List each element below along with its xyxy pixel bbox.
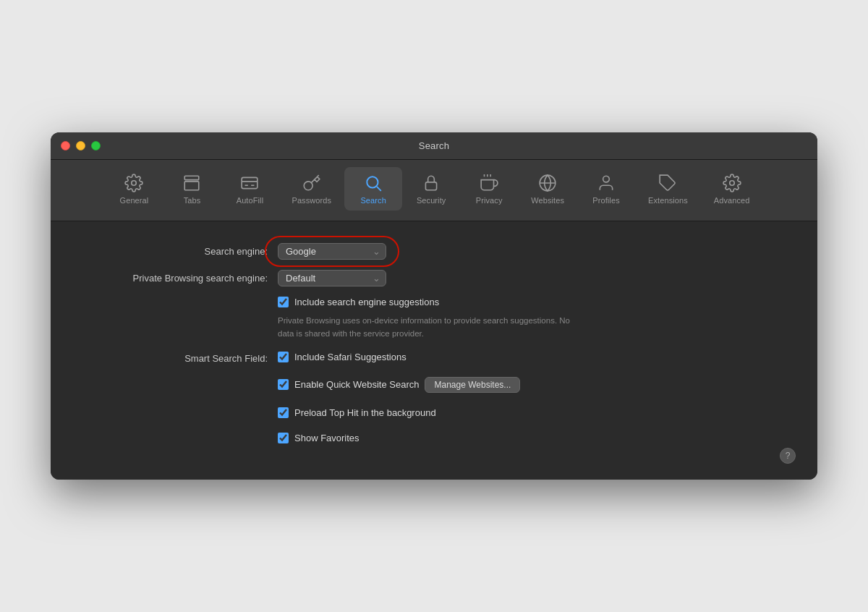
private-browsing-row: Private Browsing search engine: Default … [94,270,774,286]
advanced-icon [722,173,742,193]
svg-rect-3 [242,178,258,189]
preload-checkbox[interactable] [278,407,289,418]
help-icon: ? [786,451,791,461]
tab-passwords-label: Passwords [292,196,331,205]
include-suggestions-checkbox[interactable] [278,297,289,307]
svg-point-17 [729,181,734,186]
search-engine-label: Search engine: [94,246,268,257]
search-engine-select[interactable]: Google Yahoo Bing DuckDuckGo Ecosia [278,243,386,260]
tab-autofill-label: AutoFill [237,196,263,205]
gear-icon [124,173,144,193]
svg-rect-1 [185,177,200,180]
maximize-button[interactable] [91,141,101,150]
tab-privacy[interactable]: Privacy [460,167,518,211]
window-title: Search [419,140,449,151]
show-favorites-label[interactable]: Show Favorites [294,433,359,443]
close-button[interactable] [61,141,70,150]
smart-search-row: Smart Search Field: Include Safari Sugge… [94,352,774,451]
tab-websites-label: Websites [531,196,564,205]
autofill-icon [239,173,260,193]
tab-search-label: Search [360,196,386,205]
tab-passwords[interactable]: Passwords [278,167,344,211]
tab-extensions-label: Extensions [648,196,688,205]
tab-extensions[interactable]: Extensions [635,167,701,211]
extensions-icon [658,173,678,193]
tab-security[interactable]: Security [402,167,460,211]
show-favorites-checkbox[interactable] [278,433,289,443]
minimize-button[interactable] [76,141,85,150]
tab-general[interactable]: General [105,167,163,211]
profiles-icon [596,173,616,193]
svg-point-0 [132,181,137,186]
tab-profiles-label: Profiles [592,196,619,205]
preload-label[interactable]: Preload Top Hit in the background [294,407,436,418]
tab-advanced-label: Advanced [714,196,750,205]
show-favorites-row: Show Favorites [278,433,520,443]
window: Search General Tabs [51,132,817,480]
preload-row: Preload Top Hit in the background [278,407,520,418]
tab-security-label: Security [417,196,446,205]
tab-websites[interactable]: Websites [518,167,577,211]
smart-search-label: Smart Search Field: [94,352,268,364]
content-area: Search engine: Google Yahoo Bing DuckDuc… [51,221,817,480]
suggestions-description: Private Browsing uses on-device informat… [278,315,582,340]
svg-rect-9 [426,182,437,190]
privacy-icon [479,173,499,193]
manage-websites-button[interactable]: Manage Websites... [425,377,520,393]
toolbar: General Tabs AutoFill [51,160,817,221]
smart-search-section: Smart Search Field: Include Safari Sugge… [94,352,774,451]
passwords-icon [302,173,322,193]
private-browsing-select[interactable]: Default Google Yahoo Bing DuckDuckGo [278,270,386,286]
tab-search[interactable]: Search [344,167,402,211]
include-suggestions-label[interactable]: Include search engine suggestions [294,297,439,307]
include-safari-row: Include Safari Suggestions [278,352,520,362]
include-safari-checkbox[interactable] [278,352,289,362]
tabs-icon [182,173,202,193]
include-safari-label[interactable]: Include Safari Suggestions [294,352,407,362]
tab-general-label: General [120,196,149,205]
svg-rect-2 [185,182,200,190]
svg-point-15 [603,177,610,183]
private-browsing-select-wrapper[interactable]: Default Google Yahoo Bing DuckDuckGo [278,270,386,286]
include-suggestions-row: Include search engine suggestions [278,297,774,307]
tab-privacy-label: Privacy [476,196,503,205]
content-wrapper: Search engine: Google Yahoo Bing DuckDuc… [51,221,817,480]
tab-tabs-label: Tabs [184,196,201,205]
enable-quick-checkbox[interactable] [278,379,289,390]
svg-point-7 [367,177,378,188]
enable-quick-row: Enable Quick Website Search Manage Websi… [278,377,520,393]
traffic-lights [61,141,101,150]
titlebar: Search [51,132,817,160]
security-icon [421,173,441,193]
svg-line-8 [377,187,381,191]
websites-icon [537,173,558,193]
search-engine-row: Search engine: Google Yahoo Bing DuckDuc… [94,243,774,260]
smart-search-options: Include Safari Suggestions Enable Quick … [278,352,520,451]
enable-quick-label[interactable]: Enable Quick Website Search [294,379,419,390]
help-button[interactable]: ? [780,448,796,464]
tab-profiles[interactable]: Profiles [577,167,635,211]
private-browsing-label: Private Browsing search engine: [94,273,268,284]
search-icon [363,173,383,193]
tab-advanced[interactable]: Advanced [701,167,763,211]
search-engine-select-wrapper[interactable]: Google Yahoo Bing DuckDuckGo Ecosia [278,243,386,260]
tab-tabs[interactable]: Tabs [163,167,221,211]
tab-autofill[interactable]: AutoFill [221,167,278,211]
